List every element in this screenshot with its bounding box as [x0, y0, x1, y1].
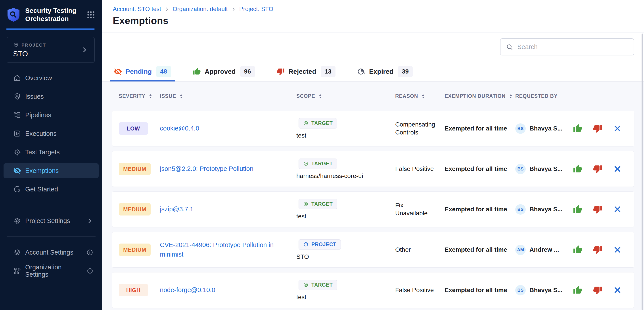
sort-icon[interactable] — [422, 93, 425, 99]
reason-text: Compensating Controls — [395, 121, 444, 137]
scope-badge: TARGET — [298, 158, 337, 169]
scope-name: harness/harness-core-ui — [296, 172, 395, 179]
sidebar-item-executions[interactable]: Executions — [4, 126, 99, 141]
eye-off-icon — [13, 167, 21, 175]
table-row[interactable]: MEDIUM CVE-2021-44906: Prototype Polluti… — [112, 232, 634, 268]
exemption-duration-text: Exempted for all time — [444, 287, 515, 294]
target-scope-icon — [303, 120, 309, 126]
issue-link[interactable]: cookie@0.4.0 — [160, 124, 287, 133]
thumb-down-icon — [593, 205, 602, 214]
approve-button[interactable] — [573, 285, 582, 295]
info-icon[interactable] — [87, 267, 93, 275]
page-header: Account: STO test Organization: default … — [102, 0, 644, 32]
scope-cell: TARGET test — [296, 199, 395, 220]
dismiss-button[interactable] — [612, 245, 622, 255]
scope-badge: TARGET — [298, 280, 337, 290]
approve-button[interactable] — [573, 204, 582, 214]
page-title: Exemptions — [113, 15, 644, 26]
thumb-down-icon — [593, 286, 602, 295]
tab-count-badge: 96 — [240, 66, 255, 77]
approve-button[interactable] — [573, 245, 582, 255]
table-row[interactable]: MEDIUM jszip@3.7.1 TARGET test Fix Unava… — [112, 191, 634, 227]
project-label: PROJECT — [22, 43, 46, 48]
breadcrumb-project-link[interactable]: Project: STO — [239, 6, 273, 12]
reject-button[interactable] — [593, 245, 602, 255]
issue-link[interactable]: CVE-2021-44906: Prototype Pollution in m… — [160, 240, 287, 259]
table-row[interactable]: MEDIUM json5@2.2.0: Prototype Pollution … — [112, 151, 634, 187]
scope-name: test — [296, 213, 395, 220]
scope-type-label: TARGET — [312, 201, 332, 207]
issue-link[interactable]: jszip@3.7.1 — [160, 204, 287, 214]
issue-link[interactable]: node-forge@0.10.0 — [160, 285, 287, 295]
scope-name: test — [296, 294, 395, 301]
approve-button[interactable] — [573, 164, 582, 174]
scrollbar[interactable] — [642, 33, 643, 310]
column-header-exemption-duration[interactable]: EXEMPTION DURATION — [444, 93, 515, 99]
thumb-down-icon — [593, 245, 602, 254]
avatar: BS — [515, 204, 526, 215]
sidebar-item-test-targets[interactable]: Test Targets — [4, 145, 99, 159]
project-selector[interactable]: PROJECT STO — [7, 37, 95, 63]
sidebar-item-label: Test Targets — [25, 149, 60, 156]
requested-by-cell: BS Bhavya S... — [515, 123, 570, 134]
sidebar-item-account-settings[interactable]: Account Settings — [4, 245, 99, 260]
reject-button[interactable] — [593, 124, 602, 133]
reject-button[interactable] — [593, 164, 602, 174]
column-header-issue[interactable]: ISSUE — [160, 93, 296, 99]
close-icon — [614, 165, 622, 173]
info-icon[interactable] — [86, 249, 93, 256]
sort-icon[interactable] — [180, 93, 183, 99]
accent-bar — [6, 28, 95, 30]
tab-approved[interactable]: Approved 96 — [192, 61, 256, 81]
table-row[interactable]: HIGH node-forge@0.10.0 TARGET test False… — [112, 272, 634, 308]
approve-button[interactable] — [573, 124, 582, 133]
app-launcher-grid-icon[interactable] — [86, 10, 96, 19]
table-header-row: SEVERITY ISSUE SCOPE REASON EXEMPTION DU… — [112, 82, 634, 111]
sidebar-item-exemptions[interactable]: Exemptions — [4, 163, 99, 178]
sidebar-item-issues[interactable]: Issues — [4, 89, 99, 104]
tab-pending[interactable]: Pending 48 — [112, 61, 172, 81]
column-header-scope[interactable]: SCOPE — [296, 93, 395, 99]
exemption-duration-text: Exempted for all time — [444, 246, 515, 253]
chevron-right-icon — [86, 217, 93, 224]
sort-icon[interactable] — [319, 93, 322, 99]
dismiss-button[interactable] — [612, 285, 622, 295]
issue-link[interactable]: json5@2.2.0: Prototype Pollution — [160, 164, 287, 174]
breadcrumb-organization-link[interactable]: Organization: default — [173, 6, 228, 12]
sidebar-item-get-started[interactable]: Get Started — [4, 182, 99, 196]
dismiss-button[interactable] — [612, 204, 622, 214]
reason-text: Other — [395, 246, 444, 254]
dismiss-button[interactable] — [612, 164, 622, 174]
sidebar-item-pipelines[interactable]: Pipelines — [4, 108, 99, 122]
dismiss-button[interactable] — [612, 124, 622, 133]
sort-icon[interactable] — [149, 93, 152, 99]
column-header-reason[interactable]: REASON — [395, 93, 444, 99]
search-input[interactable] — [517, 43, 628, 51]
sidebar-item-organization-settings[interactable]: Organization Settings — [4, 264, 99, 278]
layers-icon — [13, 248, 21, 256]
thumb-up-icon — [193, 67, 201, 76]
scope-cell: TARGET test — [296, 118, 395, 139]
sidebar-item-project-settings[interactable]: Project Settings — [4, 213, 99, 228]
scope-badge: PROJECT — [298, 239, 341, 250]
breadcrumb: Account: STO test Organization: default … — [113, 6, 644, 12]
requested-by-cell: BS Bhavya S... — [515, 204, 570, 215]
sidebar-item-label: Account Settings — [25, 249, 74, 256]
sidebar-item-overview[interactable]: Overview — [4, 71, 99, 85]
search-icon — [506, 43, 513, 51]
avatar: BS — [515, 123, 526, 134]
gear-icon — [13, 217, 21, 225]
breadcrumb-account-link[interactable]: Account: STO test — [113, 6, 161, 12]
severity-badge: MEDIUM — [119, 203, 150, 215]
tab-rejected[interactable]: Rejected 13 — [275, 61, 337, 81]
table-row[interactable]: LOW cookie@0.4.0 TARGET test Compensatin… — [112, 111, 634, 146]
reject-button[interactable] — [593, 204, 602, 214]
sort-icon[interactable] — [509, 93, 512, 99]
tab-expired[interactable]: Expired 39 — [356, 61, 414, 81]
sidebar-item-label: Project Settings — [25, 217, 70, 225]
row-actions — [570, 164, 634, 174]
sidebar-item-label: Issues — [25, 93, 44, 100]
sidebar-item-label: Overview — [25, 74, 52, 82]
column-header-severity[interactable]: SEVERITY — [119, 93, 160, 99]
reject-button[interactable] — [593, 285, 602, 295]
